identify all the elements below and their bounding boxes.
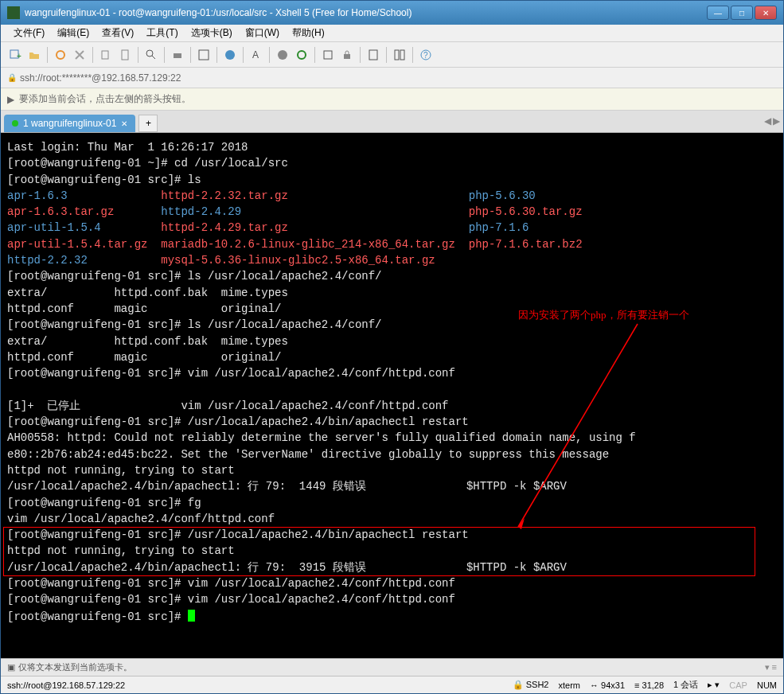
menu-edit[interactable]: 编辑(E) xyxy=(51,25,96,41)
connection-status: ssh://root@192.168.57.129:22 xyxy=(7,680,125,690)
annotation-arrow xyxy=(510,316,669,539)
svg-rect-15 xyxy=(395,50,399,60)
svg-marker-20 xyxy=(518,518,525,529)
svg-rect-3 xyxy=(102,51,108,59)
menu-file[interactable]: 文件(F) xyxy=(7,25,51,41)
sessions-dropdown-icon[interactable]: ▸ ▾ xyxy=(708,680,720,690)
paste-button[interactable] xyxy=(117,47,133,63)
calc-button[interactable] xyxy=(365,47,381,63)
layout-button[interactable] xyxy=(392,47,408,63)
annotation-text: 因为安装了两个php，所有要注销一个 xyxy=(518,308,689,323)
properties-button[interactable] xyxy=(196,47,212,63)
svg-rect-6 xyxy=(174,53,181,58)
menubar: 文件(F) 编辑(E) 查看(V) 工具(T) 选项卡(B) 窗口(W) 帮助(… xyxy=(1,25,783,42)
infobar-text: 要添加当前会话，点击左侧的箭头按钮。 xyxy=(19,92,191,106)
svg-text:A: A xyxy=(252,49,259,60)
arrow-icon[interactable]: ▶ xyxy=(7,94,14,105)
lock-icon: 🔒 xyxy=(7,73,17,82)
terminal[interactable]: Last login: Thu Mar 1 16:26:17 2018 [roo… xyxy=(1,133,783,658)
app-icon xyxy=(7,6,20,19)
svg-text:?: ? xyxy=(423,51,428,60)
address-text[interactable]: ssh://root:********@192.168.57.129:22 xyxy=(20,72,181,84)
svg-rect-16 xyxy=(400,50,404,60)
menu-view[interactable]: 查看(V) xyxy=(96,25,140,41)
script-button[interactable] xyxy=(275,47,291,63)
close-button[interactable]: ✕ xyxy=(755,6,777,20)
menu-window[interactable]: 窗口(W) xyxy=(239,25,286,41)
svg-line-19 xyxy=(518,324,638,527)
num-indicator: NUM xyxy=(757,680,777,690)
svg-point-5 xyxy=(146,50,153,57)
svg-point-10 xyxy=(278,50,287,60)
copy-button[interactable] xyxy=(98,47,114,63)
send-icon[interactable]: ▣ xyxy=(7,662,15,673)
svg-rect-12 xyxy=(324,51,332,59)
menu-help[interactable]: 帮助(H) xyxy=(286,25,331,41)
infobar: ▶ 要添加当前会话，点击左侧的箭头按钮。 xyxy=(1,88,783,111)
tab-active[interactable]: 1 wangruifenglinux-01 ✕ xyxy=(4,115,135,132)
window-title: wangruifenglinux-01 - root@wangruifeng-0… xyxy=(25,7,707,18)
tab-next-icon[interactable]: ▶ xyxy=(773,115,780,127)
open-button[interactable] xyxy=(26,47,42,63)
svg-rect-7 xyxy=(199,50,209,60)
tab-close-icon[interactable]: ✕ xyxy=(121,119,127,128)
minimize-button[interactable]: — xyxy=(707,6,729,20)
sync-button[interactable] xyxy=(294,47,310,63)
ssh-status: 🔒 SSH2 xyxy=(513,680,549,690)
send-text: 仅将文本发送到当前选项卡。 xyxy=(18,661,132,673)
statusbar-menu-icon[interactable]: ▾ ≡ xyxy=(765,662,777,673)
cap-indicator: CAP xyxy=(729,680,747,690)
tab-label: 1 wangruifenglinux-01 xyxy=(23,118,116,129)
lock-button[interactable] xyxy=(339,47,355,63)
print-button[interactable] xyxy=(170,47,185,63)
reconnect-button[interactable] xyxy=(53,47,68,63)
disconnect-button[interactable] xyxy=(72,47,88,63)
toolbar: + A ? xyxy=(1,42,783,68)
new-session-button[interactable]: + xyxy=(7,47,23,63)
connection-dot-icon xyxy=(12,120,18,127)
svg-rect-14 xyxy=(369,50,377,60)
font-button[interactable]: A xyxy=(248,47,264,63)
fullscreen-button[interactable] xyxy=(320,47,336,63)
svg-point-11 xyxy=(298,51,306,59)
addressbar: 🔒 ssh://root:********@192.168.57.129:22 xyxy=(1,68,783,88)
new-tab-button[interactable]: + xyxy=(138,115,158,132)
statusbar-send: ▣ 仅将文本发送到当前选项卡。 ▾ ≡ xyxy=(1,658,783,676)
cursor xyxy=(188,610,195,622)
tab-prev-icon[interactable]: ◀ xyxy=(764,115,771,127)
svg-point-8 xyxy=(225,50,235,60)
help-button[interactable]: ? xyxy=(418,47,434,63)
tabbar: 1 wangruifenglinux-01 ✕ + ◀ ▶ xyxy=(1,111,783,133)
svg-text:+: + xyxy=(17,52,21,60)
find-button[interactable] xyxy=(143,47,159,63)
term-size: ↔ 94x31 xyxy=(590,680,625,690)
cursor-pos: ≡ 31,28 xyxy=(634,680,664,690)
statusbar: ssh://root@192.168.57.129:22 🔒 SSH2 xter… xyxy=(1,676,783,693)
color-button[interactable] xyxy=(222,47,238,63)
menu-tab[interactable]: 选项卡(B) xyxy=(185,25,239,41)
menu-tools[interactable]: 工具(T) xyxy=(140,25,184,41)
svg-point-2 xyxy=(57,51,64,59)
session-count: 1 会话 xyxy=(673,679,698,691)
titlebar: wangruifenglinux-01 - root@wangruifeng-0… xyxy=(1,1,783,25)
svg-rect-4 xyxy=(122,50,128,60)
term-type: xterm xyxy=(559,680,581,690)
maximize-button[interactable]: □ xyxy=(731,6,753,20)
svg-rect-13 xyxy=(344,54,350,59)
